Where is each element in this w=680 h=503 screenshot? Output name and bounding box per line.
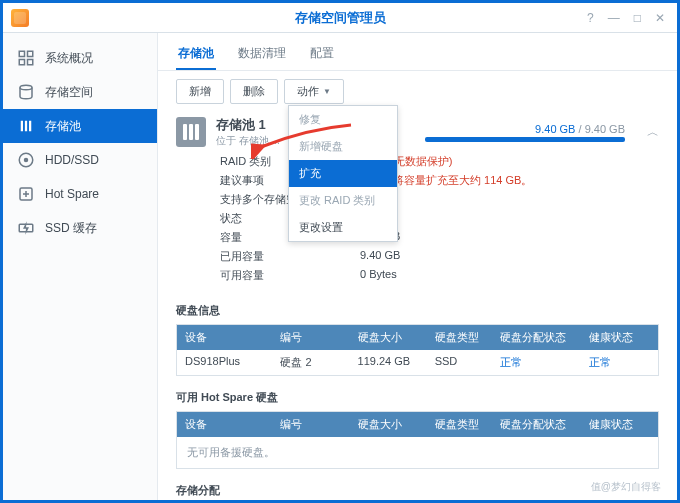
sidebar-item-hdd[interactable]: HDD/SSD [3,143,157,177]
toolbar: 新增 删除 动作 ▼ 修复 新增硬盘 扩充 更改 RAID 类别 更改设置 [158,71,677,112]
svg-rect-7 [29,121,31,132]
sidebar-item-storagepool[interactable]: 存储池 [3,109,157,143]
sidebar-item-label: HDD/SSD [45,153,99,167]
sidebar-item-volume[interactable]: 存储空间 [3,75,157,109]
chevron-up-icon[interactable]: ︿ [647,124,659,141]
storagepool-icon [17,117,35,135]
main-content: 存储池 数据清理 配置 新增 删除 动作 ▼ 修复 新增硬盘 扩充 更改 RAI… [158,33,677,500]
svg-point-4 [20,85,32,90]
table-header: 设备 编号 硬盘大小 硬盘类型 硬盘分配状态 健康状态 [177,325,658,350]
hotspare-table: 设备 编号 硬盘大小 硬盘类型 硬盘分配状态 健康状态 无可用备援硬盘。 [176,411,659,469]
sidebar-item-label: 存储空间 [45,84,93,101]
maximize-icon[interactable]: □ [634,11,641,25]
pool-header: 存储池 1 位于 存储池 ... 9.40 GB / 9.40 GB ︿ [158,112,677,150]
hotspare-section-title: 可用 Hot Spare 硬盘 [158,382,677,411]
help-icon[interactable]: ? [587,11,594,25]
action-button[interactable]: 动作 ▼ [284,79,344,104]
svg-point-9 [25,159,28,162]
svg-rect-2 [19,60,24,65]
volume-icon [17,83,35,101]
menu-repair: 修复 [289,106,397,133]
pool-properties: RAID 类别Basic (无数据保护) 建议事项您可以将容量扩充至大约 114… [158,150,677,295]
tab-config[interactable]: 配置 [308,39,336,70]
svg-rect-0 [19,51,24,56]
table-header: 设备 编号 硬盘大小 硬盘类型 硬盘分配状态 健康状态 [177,412,658,437]
menu-add-drive: 新增硬盘 [289,133,397,160]
svg-rect-3 [28,60,33,65]
sidebar-item-ssdcache[interactable]: SSD 缓存 [3,211,157,245]
ssdcache-icon [17,219,35,237]
disk-table: 设备 编号 硬盘大小 硬盘类型 硬盘分配状态 健康状态 DS918Plus 硬盘… [176,324,659,376]
minimize-icon[interactable]: — [608,11,620,25]
hdd-icon [17,151,35,169]
titlebar: 存储空间管理员 ? — □ ✕ [3,3,677,33]
pool-location: 位于 存储池 ... [216,134,280,148]
prop-value: 0 Bytes [360,268,397,283]
svg-rect-6 [25,121,27,132]
hotspare-empty: 无可用备援硬盘。 [177,437,658,468]
dashboard-icon [17,49,35,67]
remove-button[interactable]: 删除 [230,79,278,104]
disk-section-title: 硬盘信息 [158,295,677,324]
pool-used: 9.40 GB [535,123,575,135]
pool-total: 9.40 GB [585,123,625,135]
pool-capacity-text: 9.40 GB / 9.40 GB [425,123,625,135]
sidebar-item-label: 存储池 [45,118,81,135]
pool-title: 存储池 1 [216,116,280,134]
tab-storagepool[interactable]: 存储池 [176,39,216,70]
menu-change-settings[interactable]: 更改设置 [289,214,397,241]
main-tabs: 存储池 数据清理 配置 [158,33,677,71]
watermark: 值@梦幻自得客 [591,480,661,494]
sidebar-item-hotspare[interactable]: Hot Spare [3,177,157,211]
svg-rect-1 [28,51,33,56]
table-row[interactable]: DS918Plus 硬盘 2 119.24 GB SSD 正常 正常 [177,350,658,375]
window-title: 存储空间管理员 [3,9,677,27]
create-button[interactable]: 新增 [176,79,224,104]
pool-capacity-bar [425,137,625,142]
sidebar-item-label: SSD 缓存 [45,220,97,237]
svg-rect-5 [21,121,23,132]
pool-icon [176,117,206,147]
sidebar-item-label: 系统概况 [45,50,93,67]
action-button-label: 动作 [297,84,319,99]
chevron-down-icon: ▼ [323,87,331,96]
sidebar-item-label: Hot Spare [45,187,99,201]
prop-value: 9.40 GB [360,249,400,264]
tab-datascrub[interactable]: 数据清理 [236,39,288,70]
sidebar: 系统概况 存储空间 存储池 HDD/SSD Hot Spare SSD 缓存 [3,33,158,500]
close-icon[interactable]: ✕ [655,11,665,25]
hotspare-icon [17,185,35,203]
prop-key: 可用容量 [220,268,360,283]
sidebar-item-overview[interactable]: 系统概况 [3,41,157,75]
menu-change-raid: 更改 RAID 类别 [289,187,397,214]
action-menu: 修复 新增硬盘 扩充 更改 RAID 类别 更改设置 [288,105,398,242]
menu-expand[interactable]: 扩充 [289,160,397,187]
prop-key: 已用容量 [220,249,360,264]
